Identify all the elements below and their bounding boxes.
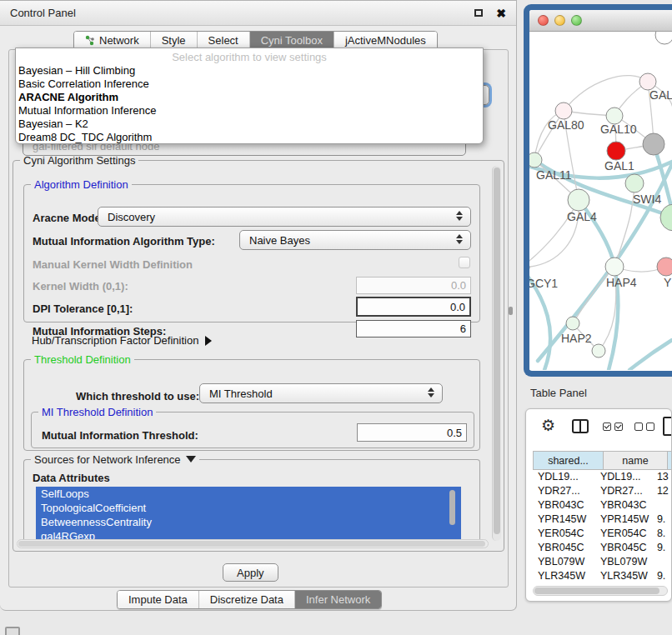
float-window-icon[interactable] <box>474 9 483 17</box>
kernel-width-field[interactable]: 0.0 <box>356 277 471 294</box>
panel-splitter-grip[interactable] <box>509 307 513 315</box>
tab-label: Select <box>208 34 238 47</box>
table-row[interactable]: YDL19...YDL19...13 <box>533 470 672 484</box>
network-view-window: GALGAL80GAL10GAL1GAL11SWI4GAL4GCY1HAP4YH… <box>524 4 672 377</box>
sources-group-title[interactable]: Sources for Network Inference <box>31 453 199 466</box>
table-row[interactable]: YER054CYER054C8. <box>533 527 672 541</box>
network-node-hap4[interactable] <box>605 258 624 276</box>
network-node-gal10[interactable] <box>606 108 623 124</box>
network-node[interactable] <box>660 204 672 231</box>
network-node-y[interactable] <box>657 258 672 276</box>
mi-algorithm-type-value: Naive Bayes <box>249 234 310 247</box>
attribute-list-item[interactable]: BetweennessCentrality <box>36 515 461 529</box>
list-scrollbar-thumb[interactable] <box>449 490 455 525</box>
table-row[interactable]: YDR27...YDR27...12 <box>533 484 672 498</box>
mi-algorithm-type-combo[interactable]: Naive Bayes <box>239 230 471 250</box>
network-node[interactable] <box>655 32 672 44</box>
which-threshold-combo[interactable]: MI Threshold <box>199 383 443 403</box>
select-all-checkboxes-icon[interactable] <box>603 422 623 431</box>
table-row[interactable]: YLR345WYLR345W9. <box>533 569 672 583</box>
network-graph: GALGAL80GAL10GAL1GAL11SWI4GAL4GCY1HAP4YH… <box>529 32 672 370</box>
node-label: GAL1 <box>604 159 634 172</box>
tab-label: Impute Data <box>128 593 188 606</box>
network-node-gal4[interactable] <box>568 189 589 211</box>
network-edge[interactable] <box>564 76 648 111</box>
settings-horizontal-scrollbar[interactable] <box>17 539 489 548</box>
manual-kernel-width-checkbox[interactable] <box>459 257 470 268</box>
tab-discretize-data[interactable]: Discretize Data <box>198 591 294 608</box>
cyni-algorithm-settings-group: Cyni Algorithm Settings Algorithm Defini… <box>13 160 504 552</box>
network-edge[interactable] <box>614 183 634 267</box>
table-hscroll-thumb[interactable] <box>534 588 659 594</box>
minimize-traffic-light-icon[interactable] <box>554 15 565 26</box>
dpi-tolerance-label: DPI Tolerance [0,1]: <box>33 302 133 315</box>
network-node[interactable] <box>592 344 605 358</box>
table-horizontal-scrollbar[interactable] <box>533 586 668 596</box>
zoom-traffic-light-icon[interactable] <box>571 15 582 26</box>
combo-arrows-icon <box>456 211 463 221</box>
attribute-list-item[interactable]: SelfLoops <box>36 487 461 501</box>
hub-factor-expander[interactable]: Hub/Transcription Factor Definition <box>32 334 212 347</box>
new-table-icon[interactable] <box>663 417 672 436</box>
attribute-list-item[interactable]: TopologicalCoefficient <box>36 501 461 515</box>
kernel-width-value: 0.0 <box>451 279 466 292</box>
column-header-shared-[interactable]: shared... <box>533 452 604 469</box>
tab-label: jActiveMNodules <box>345 34 426 47</box>
gear-icon[interactable]: ⚙ <box>541 418 555 433</box>
algorithm-option[interactable]: Basic Correlation Inference <box>16 78 483 91</box>
columns-view-icon[interactable] <box>572 419 589 433</box>
algorithm-option[interactable]: Mutual Information Inference <box>16 104 483 118</box>
table-cell: YER054C <box>533 527 595 541</box>
mi-steps-field[interactable]: 6 <box>356 320 471 338</box>
aracne-mode-combo[interactable]: Discovery <box>98 207 471 227</box>
tab-select[interactable]: Select <box>197 32 249 49</box>
network-node-hap2[interactable] <box>566 317 579 330</box>
settings-vscroll-thumb[interactable] <box>494 168 500 534</box>
dpi-tolerance-field[interactable]: 0.0 <box>356 297 471 317</box>
algorithm-definition-group: Algorithm Definition Aracne Mode: Discov… <box>23 184 480 322</box>
tab-impute-data[interactable]: Impute Data <box>118 591 198 608</box>
table-panel-window: ⚙ shared...nameA YDL19...YDL19...13YDR27… <box>525 408 672 602</box>
close-icon[interactable]: ✖ <box>496 8 506 19</box>
network-node-gal[interactable] <box>639 73 656 90</box>
panel-title: Control Panel <box>10 7 474 19</box>
node-label: Y <box>664 276 672 289</box>
tab-network[interactable]: Network <box>74 32 150 49</box>
algorithm-option[interactable]: Bayesian – K2 <box>16 118 483 131</box>
table-cell: YPR145W <box>533 512 595 527</box>
aracne-mode-label: Aracne Mode: <box>33 212 104 224</box>
tab-cyni-toolbox[interactable]: Cyni Toolbox <box>249 32 333 49</box>
network-edge[interactable] <box>538 157 672 361</box>
settings-hscroll-thumb[interactable] <box>18 541 485 547</box>
network-node-swi4[interactable] <box>625 174 644 192</box>
network-node-gal1[interactable] <box>607 142 625 160</box>
combo-arrows-icon <box>456 234 463 244</box>
node-label: GAL11 <box>536 168 572 182</box>
network-canvas[interactable]: GALGAL80GAL10GAL1GAL11SWI4GAL4GCY1HAP4YH… <box>529 32 672 370</box>
table-row[interactable]: YBR043CYBR043C <box>533 498 672 512</box>
network-node-gal11[interactable] <box>529 152 542 168</box>
close-traffic-light-icon[interactable] <box>538 15 549 26</box>
column-header-name[interactable]: name <box>604 452 668 469</box>
table-row[interactable]: YBR045CYBR045C9. <box>533 541 672 555</box>
apply-button[interactable]: Apply <box>223 563 278 582</box>
tab-jactivemnodules[interactable]: jActiveMNodules <box>333 32 437 49</box>
table-row[interactable]: YBL079WYBL079W <box>533 555 672 569</box>
mi-threshold-field[interactable]: 0.5 <box>357 423 467 442</box>
tab-style[interactable]: Style <box>150 32 197 49</box>
network-node-gal80[interactable] <box>555 102 572 119</box>
collapsed-panel-icon[interactable] <box>5 627 20 635</box>
algorithm-option[interactable]: Bayesian – Hill Climbing <box>16 64 483 78</box>
algorithm-option[interactable]: ARACNE Algorithm <box>16 91 483 104</box>
deselect-all-checkboxes-icon[interactable] <box>634 422 654 431</box>
data-attributes-list: SelfLoopsTopologicalCoefficientBetweenne… <box>36 487 461 545</box>
network-edge[interactable] <box>629 340 672 370</box>
algorithm-option[interactable]: Dream8 DC_TDC Algorithm <box>16 131 483 144</box>
column-header-a[interactable]: A <box>668 452 672 469</box>
network-window-titlebar[interactable] <box>529 10 672 32</box>
table-row[interactable]: YPR145WYPR145W9. <box>533 512 672 527</box>
tab-infer-network[interactable]: Infer Network <box>294 591 381 608</box>
network-node[interactable] <box>643 133 664 155</box>
settings-vertical-scrollbar[interactable] <box>492 166 501 541</box>
tab-label: Network <box>99 34 139 47</box>
